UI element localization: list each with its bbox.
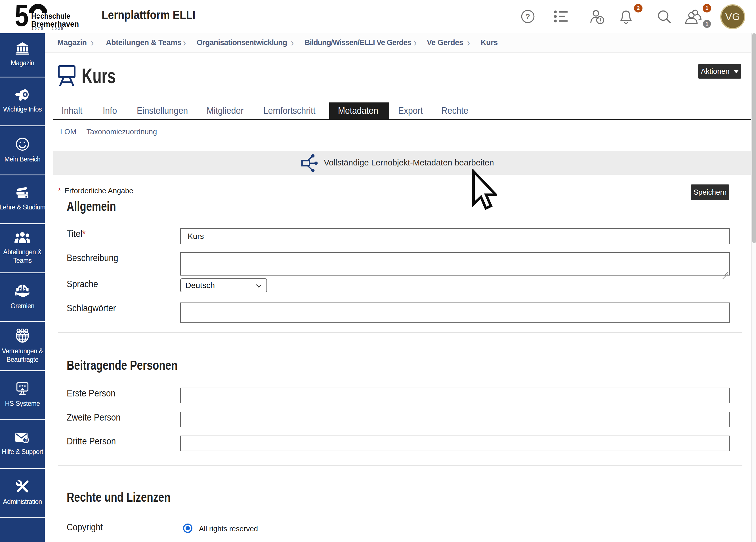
svg-text:5: 5 (15, 0, 29, 33)
svg-text:?: ? (525, 12, 530, 21)
svg-text:1975 – 2025: 1975 – 2025 (31, 27, 64, 31)
svg-text:?: ? (24, 437, 28, 443)
